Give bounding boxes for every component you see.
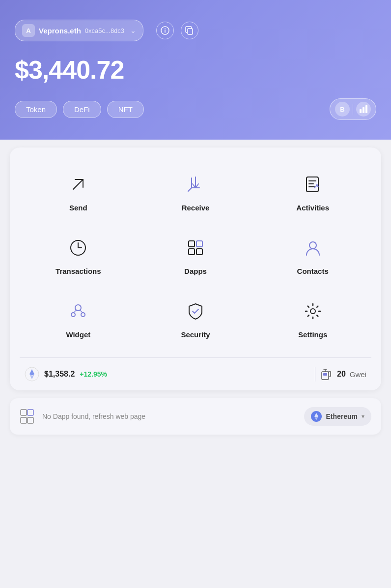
settings-icon (301, 299, 325, 323)
eth-change-value: +12.95% (80, 370, 107, 378)
svg-rect-4 (360, 109, 362, 113)
gas-section: 20 Gwei (320, 368, 366, 381)
svg-line-23 (74, 310, 76, 313)
address-bar: A Veprons.eth 0xca5c...8dc3 ⌄ (15, 20, 376, 41)
receive-icon (183, 172, 208, 197)
svg-rect-36 (28, 417, 33, 423)
contacts-icon (301, 235, 325, 260)
svg-rect-30 (323, 373, 327, 376)
eth-price-value: $1,358.2 (44, 370, 75, 379)
copy-button[interactable] (181, 22, 198, 39)
svg-rect-35 (21, 417, 27, 423)
security-button[interactable]: Security (137, 289, 254, 353)
send-icon (66, 172, 90, 197)
dapp-bar-icon (20, 409, 35, 424)
svg-rect-3 (188, 29, 193, 34)
wallet-avatar: A (22, 24, 35, 37)
gas-unit: Gwei (350, 370, 366, 379)
svg-rect-5 (363, 107, 364, 113)
send-button[interactable]: Send (20, 162, 137, 226)
activities-button[interactable]: Activities (254, 162, 371, 226)
tab-row: Token DeFi NFT B (15, 98, 376, 120)
svg-point-2 (165, 29, 166, 29)
svg-point-19 (309, 242, 316, 249)
chevron-down-icon: ⌄ (130, 27, 136, 34)
contacts-button[interactable]: Contacts (254, 226, 371, 289)
gas-value: 20 (337, 370, 346, 379)
svg-line-7 (73, 179, 83, 189)
header: A Veprons.eth 0xca5c...8dc3 ⌄ $3,44 (0, 0, 391, 140)
dapp-bar: No Dapp found, refresh web page Ethereum… (10, 398, 381, 435)
bottom-divider (315, 367, 315, 382)
svg-rect-16 (196, 241, 202, 247)
svg-rect-15 (189, 241, 195, 247)
transactions-button[interactable]: Transactions (20, 226, 137, 289)
partner-stats-icon (356, 102, 371, 117)
network-chevron-icon: ▾ (362, 413, 364, 420)
dapps-icon (183, 235, 208, 260)
svg-point-21 (71, 313, 75, 317)
network-name: Ethereum (326, 412, 358, 420)
main-card: Send Receive (10, 147, 381, 390)
gas-icon (320, 368, 333, 381)
svg-rect-6 (365, 105, 367, 113)
security-label: Security (181, 330, 210, 339)
activities-label: Activities (296, 204, 329, 212)
svg-line-8 (188, 188, 192, 191)
ethereum-logo-icon (311, 411, 322, 422)
info-button[interactable] (156, 22, 174, 39)
settings-label: Settings (298, 330, 327, 339)
dapp-message: No Dapp found, refresh web page (42, 412, 297, 420)
action-grid: Send Receive (20, 162, 371, 353)
partner-b-icon: B (335, 102, 350, 117)
partner-divider (353, 104, 353, 115)
svg-rect-17 (189, 249, 195, 255)
widget-button[interactable]: Widget (20, 289, 137, 353)
receive-button[interactable]: Receive (137, 162, 254, 226)
card-bottom: $1,358.2 +12.95% 20 Gwei (20, 357, 371, 390)
header-actions (156, 22, 198, 39)
tab-token[interactable]: Token (15, 101, 57, 118)
send-label: Send (69, 204, 87, 212)
svg-point-25 (310, 309, 315, 314)
transactions-icon (66, 235, 90, 260)
contacts-label: Contacts (297, 267, 329, 275)
eth-logo-icon (25, 367, 39, 382)
eth-price-section[interactable]: $1,358.2 +12.95% (25, 367, 310, 382)
wallet-address: 0xca5c...8dc3 (85, 27, 124, 34)
svg-line-24 (80, 310, 83, 313)
svg-point-20 (75, 305, 81, 311)
wallet-name: Veprons.eth (39, 27, 81, 35)
tab-nft[interactable]: NFT (107, 101, 144, 118)
settings-button[interactable]: Settings (254, 289, 371, 353)
svg-point-22 (81, 313, 85, 317)
svg-rect-33 (21, 410, 27, 415)
partner-icons[interactable]: B (330, 98, 376, 120)
security-icon (183, 299, 208, 323)
widget-icon (66, 299, 90, 323)
widget-label: Widget (66, 330, 90, 339)
tab-defi[interactable]: DeFi (63, 101, 101, 118)
dapps-button[interactable]: Dapps (137, 226, 254, 289)
transactions-label: Transactions (56, 267, 101, 275)
network-selector[interactable]: Ethereum ▾ (304, 407, 371, 426)
svg-rect-18 (196, 249, 202, 255)
svg-rect-34 (28, 410, 33, 415)
receive-label: Receive (182, 204, 210, 212)
activities-icon (301, 172, 325, 197)
dapps-label: Dapps (184, 267, 207, 275)
wallet-pill[interactable]: A Veprons.eth 0xca5c...8dc3 ⌄ (15, 20, 143, 41)
balance-display: $3,440.72 (15, 55, 376, 85)
